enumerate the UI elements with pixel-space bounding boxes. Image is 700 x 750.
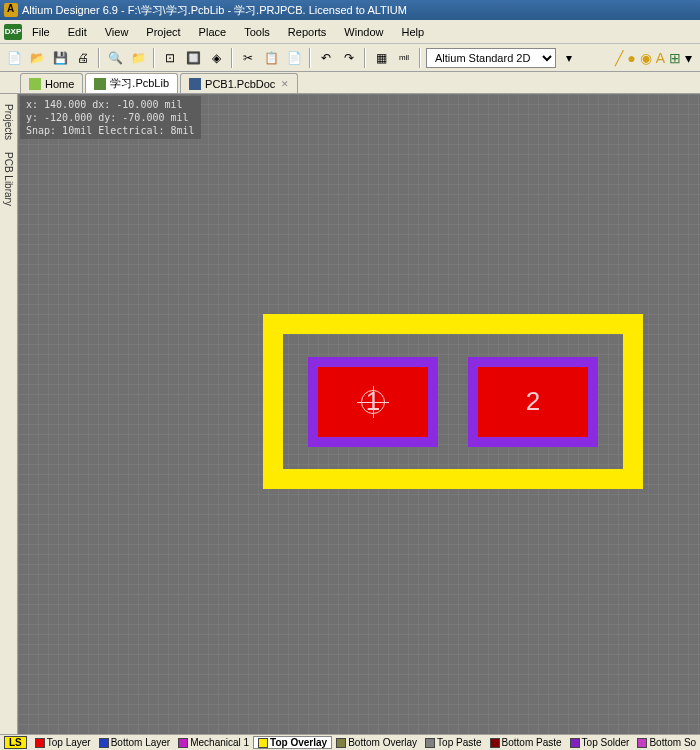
layer-tab-top-overlay[interactable]: Top Overlay (253, 736, 332, 749)
copy-button[interactable]: 📋 (261, 48, 281, 68)
print-button[interactable]: 🖨 (73, 48, 93, 68)
dxp-menu-icon[interactable]: DXP (4, 24, 22, 40)
menu-view[interactable]: View (97, 24, 137, 40)
menu-help[interactable]: Help (393, 24, 432, 40)
document-tabs: Home 学习.PcbLib PCB1.PcbDoc ✕ (0, 72, 700, 94)
menu-reports[interactable]: Reports (280, 24, 335, 40)
coord-y-line: y: -120.000 dy: -70.000 mil (26, 111, 195, 124)
layer-tab-mechanical-1[interactable]: Mechanical 1 (174, 736, 253, 749)
save-button[interactable]: 💾 (50, 48, 70, 68)
view-mode-select[interactable]: Altium Standard 2D (426, 48, 556, 68)
cut-button[interactable]: ✂ (238, 48, 258, 68)
coord-snap-line: Snap: 10mil Electrical: 8mil (26, 124, 195, 137)
zoom-fit-button[interactable]: ⊡ (160, 48, 180, 68)
left-panel-tabs: Projects PCB Library (0, 94, 18, 734)
layer-tab-label: Top Paste (437, 737, 481, 748)
layer-color-swatch (336, 738, 346, 748)
main-toolbar: 📄 📂 💾 🖨 🔍 📁 ⊡ 🔲 ◈ ✂ 📋 📄 ↶ ↷ ▦ mil Altium… (0, 44, 700, 72)
pcb-canvas[interactable]: x: 140.000 dx: -10.000 mil y: -120.000 d… (18, 94, 700, 734)
pcblib-icon (94, 78, 106, 90)
window-titlebar: Altium Designer 6.9 - F:\学习\学习.PcbLib - … (0, 0, 700, 20)
separator (419, 48, 421, 68)
layer-tab-label: Bottom Overlay (348, 737, 417, 748)
undo-button[interactable]: ↶ (316, 48, 336, 68)
open-file-button[interactable]: 📂 (27, 48, 47, 68)
new-file-button[interactable]: 📄 (4, 48, 24, 68)
layer-color-swatch (178, 738, 188, 748)
separator (98, 48, 100, 68)
place-pad-icon[interactable]: ● (627, 50, 635, 66)
pad-1[interactable]: 1 (308, 357, 438, 447)
right-toolbar: ╱ ● ◉ A ⊞ ▾ (615, 50, 692, 66)
layer-color-swatch (490, 738, 500, 748)
layer-tab-label: Mechanical 1 (190, 737, 249, 748)
layer-tab-top-layer[interactable]: Top Layer (31, 736, 95, 749)
pad-2-copper: 2 (478, 367, 588, 437)
coord-x-line: x: 140.000 dx: -10.000 mil (26, 98, 195, 111)
window-title: Altium Designer 6.9 - F:\学习\学习.PcbLib - … (22, 3, 407, 18)
pads-container: 1 2 (283, 334, 623, 469)
top-overlay-outline[interactable]: 1 2 (263, 314, 643, 489)
pad-1-designator: 1 (366, 386, 380, 417)
home-icon (29, 78, 41, 90)
place-component-icon[interactable]: ⊞ (669, 50, 681, 66)
layer-tab-top-paste[interactable]: Top Paste (421, 736, 485, 749)
separator (309, 48, 311, 68)
place-via-icon[interactable]: ◉ (640, 50, 652, 66)
grid-button[interactable]: ▦ (371, 48, 391, 68)
pcbdoc-icon (189, 78, 201, 90)
pad-2-designator: 2 (526, 386, 540, 417)
zoom-area-button[interactable]: 🔲 (183, 48, 203, 68)
tab-pcbdoc-label: PCB1.PcbDoc (205, 78, 275, 90)
layer-set-button[interactable]: LS (4, 736, 27, 749)
separator (153, 48, 155, 68)
menu-edit[interactable]: Edit (60, 24, 95, 40)
pad-2[interactable]: 2 (468, 357, 598, 447)
close-icon[interactable]: ✕ (281, 79, 289, 89)
preview-button[interactable]: 🔍 (105, 48, 125, 68)
layer-color-swatch (258, 738, 268, 748)
paste-button[interactable]: 📄 (284, 48, 304, 68)
view-dropdown-button[interactable]: ▾ (559, 48, 579, 68)
pcblibrary-panel-tab[interactable]: PCB Library (1, 146, 16, 212)
menu-project[interactable]: Project (138, 24, 188, 40)
layer-color-swatch (570, 738, 580, 748)
tab-home[interactable]: Home (20, 73, 83, 93)
tab-home-label: Home (45, 78, 74, 90)
separator (231, 48, 233, 68)
menu-file[interactable]: File (24, 24, 58, 40)
open-project-button[interactable]: 📁 (128, 48, 148, 68)
tab-pcbdoc[interactable]: PCB1.PcbDoc ✕ (180, 73, 298, 93)
layer-color-swatch (99, 738, 109, 748)
zoom-select-button[interactable]: ◈ (206, 48, 226, 68)
layer-tab-bottom-overlay[interactable]: Bottom Overlay (332, 736, 421, 749)
place-line-icon[interactable]: ╱ (615, 50, 623, 66)
tab-pcblib-label: 学习.PcbLib (110, 76, 169, 91)
redo-button[interactable]: ↷ (339, 48, 359, 68)
layer-tab-label: Top Overlay (270, 737, 327, 748)
layer-tab-bottom-paste[interactable]: Bottom Paste (486, 736, 566, 749)
separator (364, 48, 366, 68)
layer-tab-label: Bottom Solder (649, 737, 696, 748)
layer-tab-bottom-solder[interactable]: Bottom Solder (633, 736, 696, 749)
menu-bar: DXP File Edit View Project Place Tools R… (0, 20, 700, 44)
projects-panel-tab[interactable]: Projects (1, 98, 16, 146)
menu-tools[interactable]: Tools (236, 24, 278, 40)
menu-window[interactable]: Window (336, 24, 391, 40)
layer-tab-top-solder[interactable]: Top Solder (566, 736, 634, 749)
units-button[interactable]: mil (394, 48, 414, 68)
layer-tab-label: Bottom Paste (502, 737, 562, 748)
main-area: Projects PCB Library x: 140.000 dx: -10.… (0, 94, 700, 734)
layer-tab-bottom-layer[interactable]: Bottom Layer (95, 736, 174, 749)
layer-tab-label: Top Solder (582, 737, 630, 748)
layer-tab-label: Top Layer (47, 737, 91, 748)
more-tools-icon[interactable]: ▾ (685, 50, 692, 66)
layer-color-swatch (425, 738, 435, 748)
layer-tabs-bar: LS Top LayerBottom LayerMechanical 1Top … (0, 734, 700, 750)
pad-1-copper: 1 (318, 367, 428, 437)
coordinate-readout: x: 140.000 dx: -10.000 mil y: -120.000 d… (20, 96, 201, 139)
tab-pcblib[interactable]: 学习.PcbLib (85, 73, 178, 93)
layer-color-swatch (637, 738, 647, 748)
menu-place[interactable]: Place (191, 24, 235, 40)
place-string-icon[interactable]: A (656, 50, 665, 66)
